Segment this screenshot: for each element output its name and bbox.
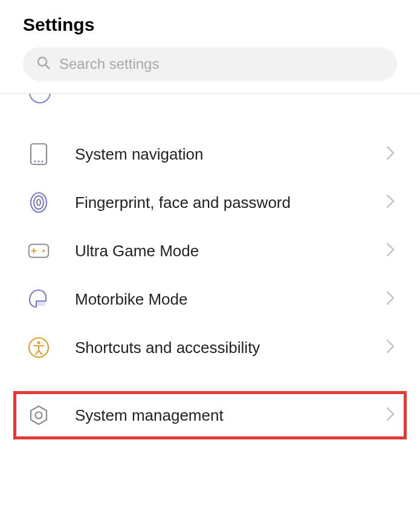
search-icon (36, 56, 51, 73)
svg-point-3 (34, 161, 36, 163)
svg-point-4 (38, 161, 40, 163)
search-box[interactable] (23, 47, 397, 81)
spacer (0, 372, 420, 391)
svg-point-7 (34, 196, 44, 209)
item-motorbike-mode[interactable]: Motorbike Mode (0, 275, 420, 323)
svg-point-5 (42, 161, 44, 163)
svg-point-8 (37, 199, 40, 206)
svg-line-17 (36, 351, 39, 354)
settings-list: System navigation Fingerprint, face and … (0, 106, 420, 439)
gear-hex-icon (28, 404, 50, 426)
item-label: Ultra Game Mode (75, 242, 361, 261)
search-container (0, 47, 420, 93)
svg-line-1 (46, 65, 50, 69)
chevron-right-icon (386, 291, 395, 308)
item-system-navigation[interactable]: System navigation (0, 130, 420, 178)
phone-nav-icon (28, 143, 50, 165)
chevron-right-icon (386, 339, 395, 356)
chevron-right-icon (386, 242, 395, 259)
svg-point-20 (36, 412, 42, 419)
svg-point-12 (42, 250, 45, 252)
item-label: Fingerprint, face and password (75, 193, 361, 212)
chevron-right-icon (386, 194, 395, 211)
item-label: Motorbike Mode (75, 290, 361, 309)
svg-point-14 (37, 342, 40, 345)
item-label: System management (75, 406, 361, 425)
page-header: Settings (0, 0, 420, 47)
item-label: Shortcuts and accessibility (75, 338, 361, 357)
accessibility-icon (28, 337, 50, 358)
chevron-right-icon (386, 146, 395, 163)
chevron-right-icon (386, 407, 395, 424)
page-title: Settings (23, 15, 397, 35)
gamepad-icon (28, 240, 50, 262)
search-input[interactable] (59, 56, 384, 73)
item-shortcuts-accessibility[interactable]: Shortcuts and accessibility (0, 323, 420, 372)
fingerprint-icon (28, 192, 50, 213)
item-ultra-game-mode[interactable]: Ultra Game Mode (0, 227, 420, 275)
partial-icon (29, 94, 51, 103)
partial-cutoff-item (0, 94, 420, 106)
item-system-management[interactable]: System management (13, 391, 407, 439)
item-fingerprint-face-password[interactable]: Fingerprint, face and password (0, 178, 420, 227)
svg-marker-19 (31, 406, 47, 424)
item-label: System navigation (75, 145, 361, 164)
helmet-icon (28, 288, 50, 310)
svg-line-18 (39, 351, 42, 354)
